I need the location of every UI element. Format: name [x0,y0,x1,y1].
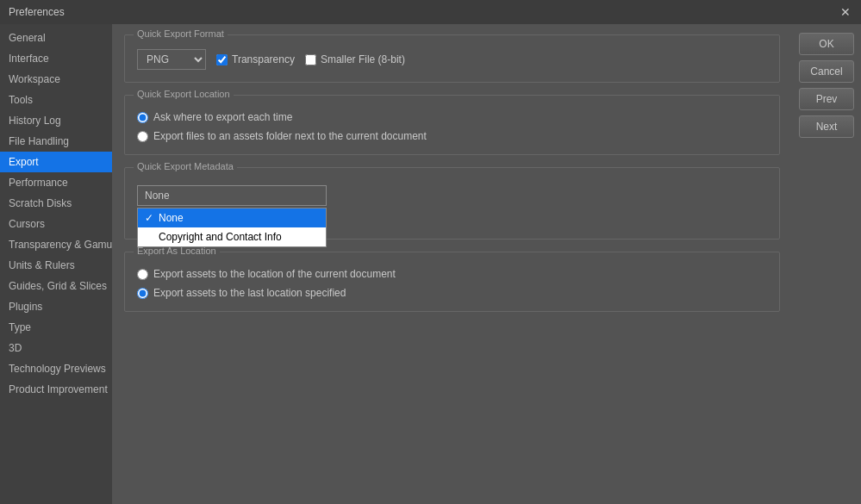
radio-current-doc-input[interactable] [137,269,148,280]
close-button[interactable]: ✕ [839,5,852,19]
smaller-file-checkbox[interactable] [305,54,316,65]
dropdown-option-none[interactable]: ✓ None [138,208,326,227]
sidebar-item-history-log[interactable]: History Log [0,110,112,131]
sidebar-item-interface[interactable]: Interface [0,48,112,69]
sidebar-item-cursors[interactable]: Cursors [0,214,112,234]
smaller-file-label: Smaller File (8-bit) [321,53,405,65]
dropdown-option-none-label: None [159,212,184,224]
quick-export-location-label: Quick Export Location [134,89,234,99]
preferences-window: Preferences ✕ General Interface Workspac… [0,0,861,504]
next-button[interactable]: Next [799,115,854,138]
sidebar-item-plugins[interactable]: Plugins [0,296,112,317]
radio-last-location[interactable]: Export assets to the last location speci… [137,287,767,299]
export-location-radio-group: Ask where to export each time Export fil… [137,111,767,142]
radio-ask-where-input[interactable] [137,112,148,123]
quick-export-location-section: Quick Export Location Ask where to expor… [124,95,780,155]
sidebar-item-3d[interactable]: 3D [0,338,112,358]
sidebar-item-units-rulers[interactable]: Units & Rulers [0,255,112,276]
dropdown-option-copyright[interactable]: Copyright and Contact Info [138,227,326,246]
sidebar-item-guides-grid-slices[interactable]: Guides, Grid & Slices [0,276,112,296]
sidebar-item-scratch-disks[interactable]: Scratch Disks [0,193,112,214]
sidebar-item-file-handling[interactable]: File Handling [0,131,112,152]
transparency-checkbox-label[interactable]: Transparency [216,53,295,65]
sidebar-item-performance[interactable]: Performance [0,172,112,193]
sidebar-item-type[interactable]: Type [0,317,112,338]
radio-assets-folder-input[interactable] [137,131,148,142]
quick-export-metadata-section: Quick Export Metadata None Copyright and… [124,167,780,240]
sidebar-item-technology-previews[interactable]: Technology Previews [0,358,112,379]
radio-current-doc-label: Export assets to the location of the cur… [153,268,396,280]
metadata-dropdown-wrapper: None Copyright and Contact Info ✓ None C… [137,185,767,206]
radio-assets-folder-label: Export files to an assets folder next to… [153,130,427,142]
sidebar: General Interface Workspace Tools Histor… [0,24,112,504]
metadata-dropdown[interactable]: None Copyright and Contact Info [137,185,327,206]
radio-ask-where[interactable]: Ask where to export each time [137,111,767,123]
radio-assets-folder[interactable]: Export files to an assets folder next to… [137,130,767,142]
sidebar-item-tools[interactable]: Tools [0,90,112,110]
radio-last-location-input[interactable] [137,288,148,299]
sidebar-item-workspace[interactable]: Workspace [0,69,112,90]
window-title: Preferences [9,6,65,18]
metadata-dropdown-list: ✓ None Copyright and Contact Info [137,208,327,247]
dropdown-option-copyright-label: Copyright and Contact Info [159,231,282,243]
sidebar-item-export[interactable]: Export [0,152,112,172]
ok-button[interactable]: OK [799,33,854,55]
sidebar-item-product-improvement[interactable]: Product Improvement [0,379,112,400]
transparency-label: Transparency [232,53,295,65]
quick-export-metadata-label: Quick Export Metadata [134,161,237,171]
radio-last-location-label: Export assets to the last location speci… [153,287,346,299]
format-select[interactable]: PNG JPG GIF SVG [137,49,206,70]
export-as-radio-group: Export assets to the location of the cur… [137,268,767,299]
cancel-button[interactable]: Cancel [799,60,854,83]
smaller-file-checkbox-label[interactable]: Smaller File (8-bit) [305,53,405,65]
radio-current-doc[interactable]: Export assets to the location of the cur… [137,268,767,280]
main-area: Quick Export Format PNG JPG GIF SVG Tran… [112,24,792,504]
sidebar-item-general[interactable]: General [0,28,112,48]
title-bar: Preferences ✕ [0,0,861,24]
quick-export-format-section: Quick Export Format PNG JPG GIF SVG Tran… [124,34,780,83]
radio-ask-where-label: Ask where to export each time [153,111,292,123]
export-as-location-section: Export As Location Export assets to the … [124,252,780,312]
dialog-buttons: OK Cancel Prev Next [792,24,861,504]
sidebar-item-transparency-gamut[interactable]: Transparency & Gamut [0,234,112,255]
prev-button[interactable]: Prev [799,88,854,110]
format-row: PNG JPG GIF SVG Transparency Smaller Fil… [137,49,767,70]
transparency-checkbox[interactable] [216,54,228,65]
checkmark-icon: ✓ [145,212,155,224]
quick-export-format-label: Quick Export Format [134,28,228,39]
